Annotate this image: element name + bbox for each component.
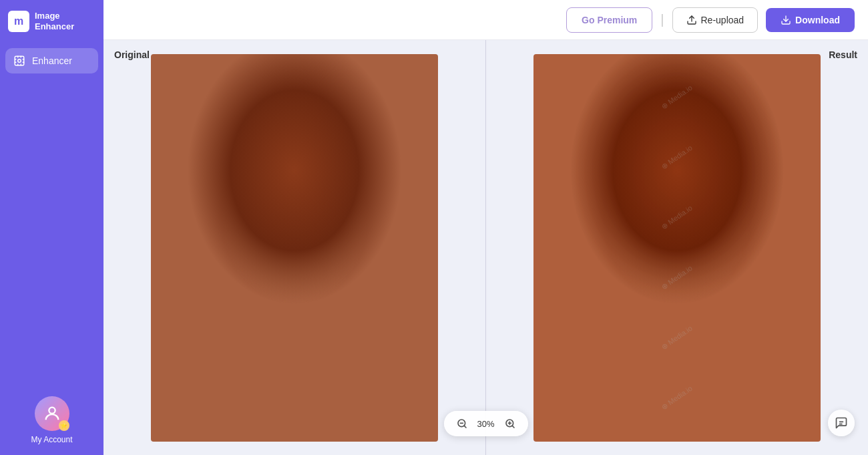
user-icon bbox=[43, 404, 61, 423]
sidebar-item-enhancer[interactable]: Enhancer bbox=[5, 48, 98, 73]
original-image-container bbox=[103, 40, 485, 455]
premium-badge: ⭐ bbox=[59, 420, 69, 431]
feedback-icon bbox=[835, 416, 848, 430]
sidebar: m Image Enhancer Enhancer ⭐ bbox=[0, 0, 103, 455]
upload-icon bbox=[686, 15, 697, 25]
reupload-button[interactable]: Re-upload bbox=[672, 7, 758, 33]
result-pane: Result ⊕ Media.io ⊕ Media.io ⊕ Media.io … bbox=[486, 40, 868, 455]
go-premium-button[interactable]: Go Premium bbox=[566, 7, 652, 33]
result-image-wrapper: ⊕ Media.io ⊕ Media.io ⊕ Media.io ⊕ Media… bbox=[533, 54, 821, 442]
result-label: Result bbox=[829, 49, 857, 60]
download-label: Download bbox=[795, 15, 840, 25]
main-content: Go Premium | Re-upload Download Original bbox=[103, 0, 868, 455]
avatar[interactable]: ⭐ bbox=[35, 396, 69, 431]
account-section: ⭐ My Account bbox=[20, 386, 83, 455]
logo-area: m Image Enhancer bbox=[0, 0, 103, 43]
enhancer-icon bbox=[13, 55, 25, 67]
svg-rect-0 bbox=[15, 56, 24, 65]
logo-icon: m bbox=[8, 11, 29, 32]
download-button[interactable]: Download bbox=[766, 8, 855, 32]
zoom-in-icon bbox=[505, 418, 515, 429]
header: Go Premium | Re-upload Download bbox=[103, 0, 868, 40]
logo-letter: m bbox=[14, 15, 23, 27]
result-image: ⊕ Media.io ⊕ Media.io ⊕ Media.io ⊕ Media… bbox=[533, 54, 821, 442]
image-area: Original Result ⊕ Media.io ⊕ Media.io ⊕ … bbox=[103, 40, 868, 455]
zoom-value: 30% bbox=[470, 419, 501, 429]
download-icon bbox=[781, 15, 791, 25]
zoom-controls: 30% bbox=[443, 411, 527, 436]
original-pane: Original bbox=[103, 40, 485, 455]
zoom-out-button[interactable] bbox=[453, 415, 470, 432]
sidebar-nav: Enhancer bbox=[0, 43, 103, 79]
header-divider: | bbox=[660, 12, 664, 27]
zoom-out-icon bbox=[456, 418, 467, 429]
original-image bbox=[151, 54, 438, 442]
account-label: My Account bbox=[31, 435, 72, 444]
sidebar-item-label: Enhancer bbox=[32, 55, 72, 66]
svg-point-1 bbox=[18, 59, 21, 63]
watermark: ⊕ Media.io ⊕ Media.io ⊕ Media.io ⊕ Media… bbox=[533, 54, 821, 442]
svg-line-11 bbox=[512, 426, 514, 428]
zoom-in-button[interactable] bbox=[501, 415, 519, 432]
svg-point-2 bbox=[49, 408, 55, 414]
svg-line-8 bbox=[464, 426, 466, 428]
app-title: Image Enhancer bbox=[35, 11, 74, 31]
reupload-label: Re-upload bbox=[701, 15, 744, 25]
original-label: Original bbox=[114, 49, 150, 60]
result-image-container: ⊕ Media.io ⊕ Media.io ⊕ Media.io ⊕ Media… bbox=[486, 40, 868, 455]
feedback-button[interactable] bbox=[828, 410, 855, 436]
